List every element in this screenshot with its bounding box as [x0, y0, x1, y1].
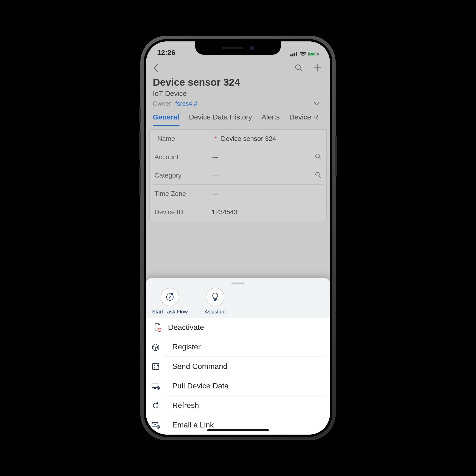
svg-line-8 — [300, 69, 302, 71]
svg-rect-1 — [292, 53, 293, 56]
action-refresh[interactable]: Refresh — [165, 395, 325, 415]
refresh-icon — [151, 401, 160, 410]
owner-link[interactable]: fsres4 # — [175, 100, 198, 107]
wifi-icon — [299, 51, 306, 57]
volume-up — [139, 131, 141, 159]
field-name-label: Name — [157, 135, 214, 143]
required-indicator: * — [214, 136, 217, 142]
action-register-label: Register — [172, 342, 201, 351]
tab-bar: General Device Data History Alerts Devic… — [146, 111, 330, 126]
nav-bar — [146, 58, 330, 75]
task-flow-icon — [161, 288, 179, 306]
action-pull-device-data-label: Pull Device Data — [172, 381, 229, 390]
field-timezone[interactable]: Time Zone --- — [153, 185, 323, 203]
tab-device-r[interactable]: Device R — [289, 113, 319, 126]
field-name[interactable]: Name * Device sensor 324 — [150, 130, 326, 148]
field-name-value: Device sensor 324 — [221, 135, 319, 143]
search-button[interactable] — [293, 62, 304, 73]
lookup-icon[interactable] — [315, 171, 322, 179]
add-button[interactable] — [312, 62, 323, 73]
quick-start-task-flow[interactable]: Start Task Flow — [151, 288, 189, 315]
field-deviceid-label: Device ID — [154, 208, 212, 216]
pull-data-icon — [151, 382, 160, 390]
svg-rect-3 — [296, 52, 297, 56]
action-deactivate[interactable]: Deactivate — [151, 318, 325, 337]
cellular-icon — [290, 52, 298, 56]
action-send-command-label: Send Command — [172, 362, 227, 371]
battery-charging-icon — [308, 51, 319, 57]
sheet-grabber[interactable] — [231, 283, 245, 284]
svg-line-12 — [319, 157, 321, 159]
lookup-icon[interactable] — [315, 153, 322, 161]
deactivate-icon — [153, 323, 162, 332]
action-sheet: Start Task Flow Assistant — [146, 278, 330, 435]
quick-start-task-flow-label: Start Task Flow — [152, 309, 188, 315]
svg-point-7 — [296, 65, 300, 69]
svg-point-27 — [157, 425, 160, 428]
field-deviceid-value: 1234543 — [212, 208, 322, 216]
action-email-link[interactable]: Email a Link — [165, 415, 325, 435]
svg-rect-22 — [154, 368, 155, 368]
screen: 12:26 — [146, 41, 330, 435]
action-email-link-label: Email a Link — [172, 421, 214, 429]
svg-rect-6 — [318, 53, 319, 55]
field-category[interactable]: Category --- — [153, 166, 323, 185]
page-title: Device sensor 324 — [146, 75, 330, 88]
field-category-label: Category — [154, 171, 212, 179]
tab-general[interactable]: General — [153, 113, 179, 126]
owner-label: Owner — [153, 100, 171, 107]
field-account-label: Account — [154, 153, 212, 161]
field-deviceid[interactable]: Device ID 1234543 — [153, 203, 323, 221]
home-indicator[interactable] — [207, 429, 269, 431]
mute-switch — [139, 107, 141, 122]
field-category-value: --- — [212, 171, 315, 179]
action-register[interactable]: Register — [165, 337, 325, 357]
register-icon — [151, 343, 160, 351]
expand-header-button[interactable] — [313, 100, 320, 107]
svg-rect-0 — [290, 54, 291, 56]
svg-rect-20 — [153, 363, 159, 370]
power-button — [335, 136, 337, 176]
action-refresh-label: Refresh — [172, 401, 199, 410]
field-account[interactable]: Account --- — [153, 148, 323, 166]
field-timezone-label: Time Zone — [154, 190, 212, 198]
volume-down — [139, 167, 141, 195]
notch — [195, 41, 281, 55]
quick-assistant-label: Assistant — [204, 309, 226, 315]
svg-line-14 — [319, 176, 321, 178]
field-timezone-value: --- — [212, 190, 322, 198]
tab-alerts[interactable]: Alerts — [262, 113, 280, 126]
form-card: Name * Device sensor 324 Account --- Cat… — [150, 130, 326, 221]
email-link-icon — [151, 421, 160, 429]
status-time: 12:26 — [157, 49, 175, 57]
field-account-value: --- — [212, 153, 315, 161]
tab-device-data-history[interactable]: Device Data History — [189, 113, 252, 126]
quick-assistant[interactable]: Assistant — [196, 288, 234, 315]
action-send-command[interactable]: Send Command — [165, 357, 325, 376]
page-subtitle: IoT Device — [146, 88, 330, 99]
svg-rect-21 — [154, 365, 155, 366]
lightbulb-icon — [206, 288, 224, 306]
back-button[interactable] — [151, 62, 161, 73]
action-pull-device-data[interactable]: Pull Device Data — [165, 376, 325, 395]
send-command-icon — [151, 362, 160, 371]
phone-frame: 12:26 — [140, 36, 336, 440]
svg-rect-2 — [294, 52, 295, 56]
action-deactivate-label: Deactivate — [168, 323, 204, 332]
